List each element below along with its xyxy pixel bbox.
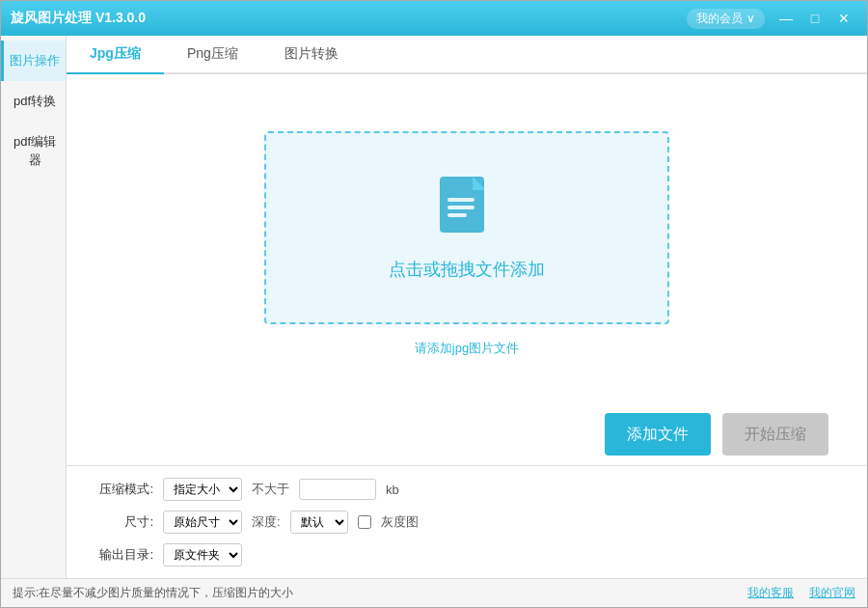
status-bar: 提示:在尽量不减少图片质量的情况下，压缩图片的大小 我的客服 我的官网 [1, 578, 867, 607]
compress-mode-select[interactable]: 指定大小 指定质量 最大压缩 [163, 478, 242, 501]
start-compress-button[interactable]: 开始压缩 [722, 413, 828, 456]
depth-select[interactable]: 默认 8位 16位 [290, 511, 348, 534]
tab-image-convert[interactable]: 图片转换 [261, 36, 362, 74]
sidebar-item-pdf-editor[interactable]: pdf编辑器 [1, 122, 66, 180]
grayscale-checkbox[interactable] [358, 515, 371, 529]
depth-label: 深度: [252, 513, 281, 531]
minimize-button[interactable]: — [773, 7, 800, 30]
file-icon [438, 175, 496, 242]
maximize-button[interactable]: □ [801, 7, 828, 30]
size-input[interactable] [299, 479, 376, 500]
tab-jpg-compress[interactable]: Jpg压缩 [67, 36, 164, 74]
sidebar-item-image-ops[interactable]: 图片操作 [1, 41, 66, 81]
chevron-down-icon: ∨ [746, 12, 755, 25]
dimension-row: 尺寸: 原始尺寸 自定义 深度: 默认 8位 16位 灰度图 [86, 511, 848, 534]
dimension-label: 尺寸: [86, 513, 153, 531]
vip-label: 我的会员 [696, 11, 743, 27]
drop-zone-text: 点击或拖拽文件添加 [389, 258, 545, 281]
hint-text: 请添加jpg图片文件 [415, 340, 519, 357]
tab-bar: Jpg压缩 Png压缩 图片转换 [67, 36, 867, 74]
sidebar-item-pdf-convert[interactable]: pdf转换 [1, 81, 66, 122]
grayscale-label: 灰度图 [381, 513, 419, 531]
status-links: 我的客服 我的官网 [747, 585, 855, 601]
compress-mode-label: 压缩模式: [86, 481, 153, 498]
svg-rect-3 [448, 206, 475, 209]
official-website-link[interactable]: 我的官网 [809, 585, 855, 601]
content-area: Jpg压缩 Png压缩 图片转换 [67, 36, 867, 578]
output-row: 输出目录: 原文件夹 自定义 [86, 543, 848, 567]
app-title: 旋风图片处理 V1.3.0.0 [11, 10, 146, 27]
compress-mode-row: 压缩模式: 指定大小 指定质量 最大压缩 不大于 kb [86, 478, 848, 501]
size-unit: kb [386, 483, 399, 497]
sidebar: 图片操作 pdf转换 pdf编辑器 [1, 36, 67, 578]
title-bar: 旋风图片处理 V1.3.0.0 我的会员 ∨ — □ ✕ [1, 1, 867, 36]
svg-rect-4 [448, 213, 467, 217]
action-buttons: 添加文件 开始压缩 [67, 413, 867, 456]
upload-section: 点击或拖拽文件添加 请添加jpg图片文件 [67, 74, 867, 413]
customer-service-link[interactable]: 我的客服 [747, 585, 794, 601]
vip-button[interactable]: 我的会员 ∨ [687, 9, 765, 29]
close-button[interactable]: ✕ [830, 7, 857, 30]
main-container: 图片操作 pdf转换 pdf编辑器 Jpg压缩 Png压缩 图片转换 [1, 36, 867, 578]
status-text: 提示:在尽量不减少图片质量的情况下，压缩图片的大小 [13, 585, 293, 601]
title-bar-controls: 我的会员 ∨ — □ ✕ [687, 7, 857, 30]
tab-png-compress[interactable]: Png压缩 [164, 36, 261, 74]
window-controls: — □ ✕ [773, 7, 857, 30]
options-section: 压缩模式: 指定大小 指定质量 最大压缩 不大于 kb 尺寸: 原始尺寸 自定义… [67, 465, 867, 578]
drop-zone[interactable]: 点击或拖拽文件添加 [264, 131, 669, 324]
output-select[interactable]: 原文件夹 自定义 [163, 543, 242, 567]
output-label: 输出目录: [86, 546, 153, 564]
svg-rect-2 [448, 198, 475, 202]
add-file-button[interactable]: 添加文件 [605, 413, 711, 456]
dimension-select[interactable]: 原始尺寸 自定义 [163, 511, 242, 534]
not-exceed-label: 不大于 [252, 481, 289, 498]
